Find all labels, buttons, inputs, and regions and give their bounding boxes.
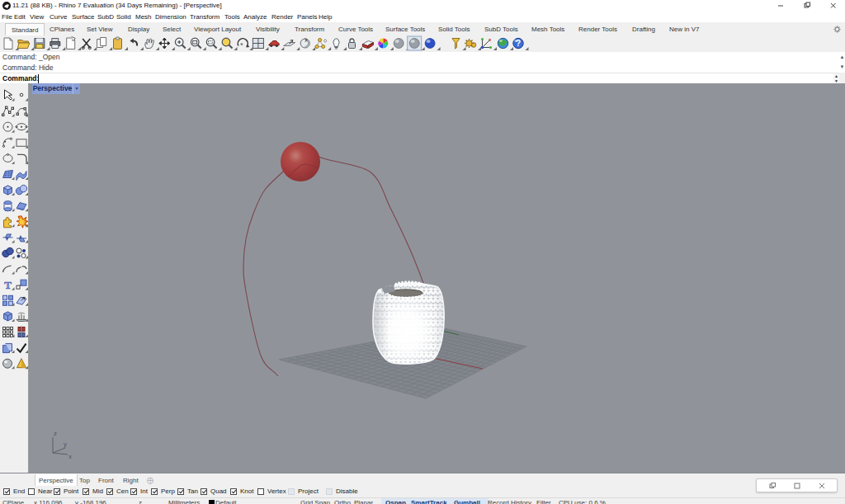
- svg-text:y: y: [64, 440, 67, 448]
- svg-text:T: T: [4, 279, 12, 291]
- svg-text:x: x: [68, 453, 72, 460]
- svg-text:z: z: [54, 430, 57, 437]
- svg-text:?: ?: [516, 39, 521, 48]
